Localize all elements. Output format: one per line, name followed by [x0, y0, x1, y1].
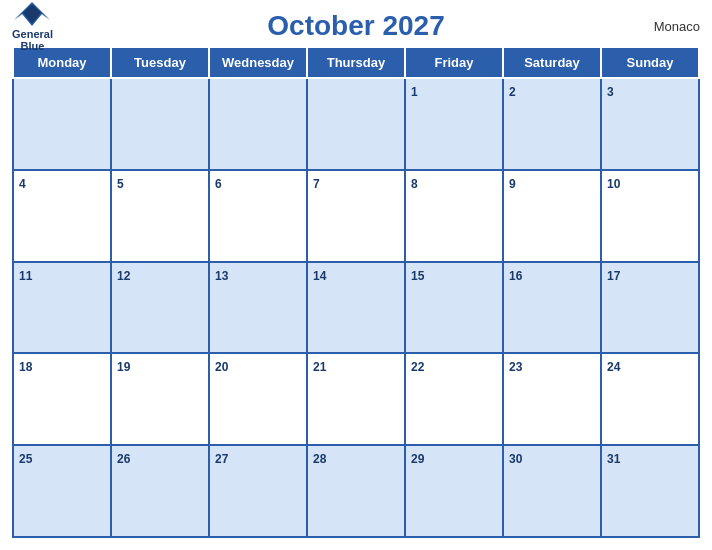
- calendar-day-cell: 2: [503, 78, 601, 170]
- calendar-title: October 2027: [267, 10, 444, 42]
- calendar-day-cell: 18: [13, 353, 111, 445]
- calendar-week-row: 11121314151617: [13, 262, 699, 354]
- calendar-day-cell: 23: [503, 353, 601, 445]
- weekday-header-row: Monday Tuesday Wednesday Thursday Friday…: [13, 47, 699, 78]
- calendar-day-cell: 19: [111, 353, 209, 445]
- calendar-week-row: 123: [13, 78, 699, 170]
- calendar-day-cell: 11: [13, 262, 111, 354]
- day-number: 19: [117, 360, 130, 374]
- day-number: 15: [411, 269, 424, 283]
- day-number: 23: [509, 360, 522, 374]
- day-number: 9: [509, 177, 516, 191]
- day-number: 28: [313, 452, 326, 466]
- calendar-day-cell: [111, 78, 209, 170]
- calendar-day-cell: 20: [209, 353, 307, 445]
- calendar-day-cell: 14: [307, 262, 405, 354]
- day-number: 16: [509, 269, 522, 283]
- logo-line1: General: [12, 28, 53, 40]
- day-number: 21: [313, 360, 326, 374]
- day-number: 25: [19, 452, 32, 466]
- calendar-day-cell: 7: [307, 170, 405, 262]
- day-number: 11: [19, 269, 32, 283]
- day-number: 13: [215, 269, 228, 283]
- calendar-day-cell: 1: [405, 78, 503, 170]
- day-number: 20: [215, 360, 228, 374]
- day-number: 26: [117, 452, 130, 466]
- day-number: 6: [215, 177, 222, 191]
- day-number: 24: [607, 360, 620, 374]
- calendar-day-cell: 27: [209, 445, 307, 537]
- calendar-day-cell: [307, 78, 405, 170]
- col-sunday: Sunday: [601, 47, 699, 78]
- calendar-day-cell: 28: [307, 445, 405, 537]
- day-number: 12: [117, 269, 130, 283]
- day-number: 7: [313, 177, 320, 191]
- calendar-table: Monday Tuesday Wednesday Thursday Friday…: [12, 46, 700, 538]
- day-number: 2: [509, 85, 516, 99]
- col-thursday: Thursday: [307, 47, 405, 78]
- calendar-day-cell: 15: [405, 262, 503, 354]
- calendar-day-cell: 29: [405, 445, 503, 537]
- calendar-day-cell: 4: [13, 170, 111, 262]
- day-number: 18: [19, 360, 32, 374]
- calendar-day-cell: 6: [209, 170, 307, 262]
- day-number: 14: [313, 269, 326, 283]
- day-number: 31: [607, 452, 620, 466]
- col-wednesday: Wednesday: [209, 47, 307, 78]
- calendar-week-row: 25262728293031: [13, 445, 699, 537]
- day-number: 10: [607, 177, 620, 191]
- day-number: 8: [411, 177, 418, 191]
- calendar-day-cell: 26: [111, 445, 209, 537]
- calendar-day-cell: 17: [601, 262, 699, 354]
- country-label: Monaco: [654, 19, 700, 34]
- day-number: 22: [411, 360, 424, 374]
- day-number: 30: [509, 452, 522, 466]
- calendar-day-cell: 21: [307, 353, 405, 445]
- calendar-day-cell: [13, 78, 111, 170]
- calendar-day-cell: 30: [503, 445, 601, 537]
- generalblue-logo: General Blue: [12, 0, 53, 52]
- calendar-week-row: 45678910: [13, 170, 699, 262]
- day-number: 29: [411, 452, 424, 466]
- calendar-body: 1234567891011121314151617181920212223242…: [13, 78, 699, 537]
- calendar-day-cell: 8: [405, 170, 503, 262]
- calendar-day-cell: 16: [503, 262, 601, 354]
- calendar-day-cell: 12: [111, 262, 209, 354]
- calendar-day-cell: 10: [601, 170, 699, 262]
- calendar-day-cell: 5: [111, 170, 209, 262]
- col-tuesday: Tuesday: [111, 47, 209, 78]
- day-number: 5: [117, 177, 124, 191]
- calendar-week-row: 18192021222324: [13, 353, 699, 445]
- col-saturday: Saturday: [503, 47, 601, 78]
- calendar-day-cell: 13: [209, 262, 307, 354]
- calendar-day-cell: 24: [601, 353, 699, 445]
- day-number: 17: [607, 269, 620, 283]
- logo-line2: Blue: [21, 40, 45, 52]
- calendar-day-cell: 3: [601, 78, 699, 170]
- calendar-day-cell: 22: [405, 353, 503, 445]
- day-number: 1: [411, 85, 418, 99]
- calendar-wrapper: General Blue October 2027 Monaco Monday …: [0, 0, 712, 550]
- day-number: 27: [215, 452, 228, 466]
- calendar-day-cell: 9: [503, 170, 601, 262]
- calendar-day-cell: 25: [13, 445, 111, 537]
- calendar-header: General Blue October 2027 Monaco: [12, 10, 700, 42]
- calendar-day-cell: 31: [601, 445, 699, 537]
- col-friday: Friday: [405, 47, 503, 78]
- calendar-day-cell: [209, 78, 307, 170]
- day-number: 4: [19, 177, 26, 191]
- day-number: 3: [607, 85, 614, 99]
